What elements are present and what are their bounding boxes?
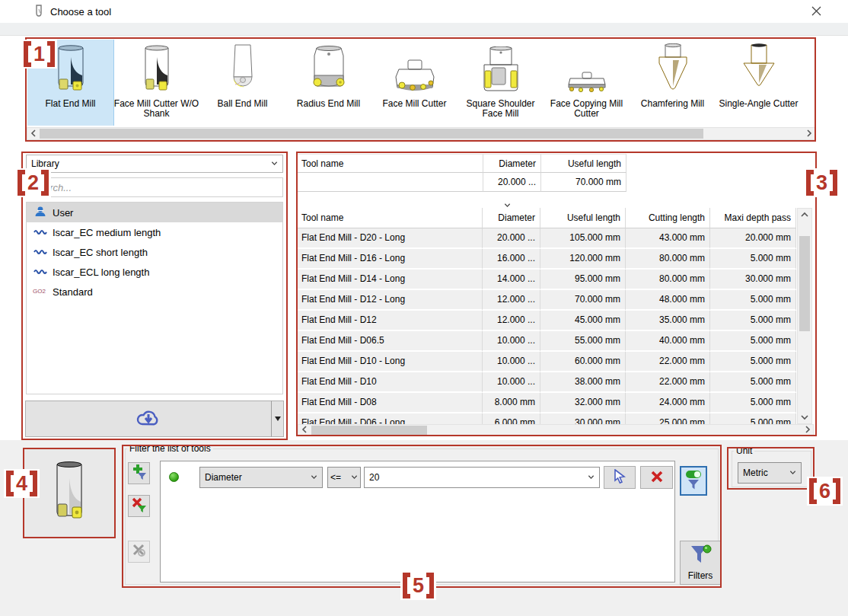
library-list-item[interactable]: User xyxy=(27,203,282,222)
tool-type-item[interactable]: Chamfering Mill xyxy=(630,40,716,126)
table-cell: 6.000 mm xyxy=(483,413,540,424)
filter-value: 20 xyxy=(369,472,588,483)
library-dropdown[interactable]: Library xyxy=(26,155,283,173)
filter-field-dropdown[interactable]: Diameter xyxy=(199,467,323,488)
scroll-right-button[interactable] xyxy=(802,425,813,436)
annotation-label-3: 3 xyxy=(804,168,840,197)
tool-type-item[interactable]: Radius End Mill xyxy=(285,40,371,126)
table-cell: 22.000 mm xyxy=(626,352,710,372)
tool-row[interactable]: Flat End Mill - D1010.000 ...38.000 mm22… xyxy=(297,372,796,393)
tool-type-label: Square Shoulder Face Mill xyxy=(457,99,544,119)
go2-logo-icon: GO2 xyxy=(33,286,48,297)
tool-row[interactable]: Flat End Mill - D06.510.000 ...55.000 mm… xyxy=(297,331,796,352)
cloud-download-icon xyxy=(135,419,161,429)
library-item-icon-slot: GO2 xyxy=(31,286,49,297)
selected-tool-table-header: Tool nameDiameterUseful length xyxy=(297,154,626,173)
column-header[interactable]: Cutting length xyxy=(626,208,710,228)
remove-filter-button[interactable] xyxy=(128,495,150,517)
tool-row[interactable]: Flat End Mill - D088.000 mm32.000 mm24.0… xyxy=(297,393,796,413)
library-dropdown-value: Library xyxy=(31,158,271,169)
dialog-icon xyxy=(33,5,44,18)
column-header[interactable]: Diameter xyxy=(483,154,541,173)
tool-type-item[interactable]: Face Mill Cutter W/O Shank xyxy=(113,40,199,126)
download-options-button[interactable] xyxy=(271,401,284,437)
library-list-item[interactable]: Iscar_ECL long length xyxy=(27,262,282,282)
scroll-right-icon xyxy=(805,425,811,436)
tool-row[interactable]: Flat End Mill - D12 - Long12.000 ...70.0… xyxy=(297,290,796,311)
tools-table-header: Tool nameDiameterUseful lengthCutting le… xyxy=(297,208,796,228)
tool-row[interactable]: Flat End Mill - D06 - Long6.000 mm30.000… xyxy=(297,413,796,424)
scrollbar-thumb[interactable] xyxy=(311,426,427,436)
tool-row[interactable]: Flat End Mill - D14 - Long14.000 ...95.0… xyxy=(297,270,796,290)
table-cell: 5.000 mm xyxy=(710,413,796,424)
cut-filter-button[interactable] xyxy=(128,541,150,563)
tool-type-scrollbar[interactable] xyxy=(27,127,815,140)
tool-type-item[interactable]: Ball End Mill xyxy=(199,40,285,126)
toggle-filters-button[interactable] xyxy=(680,466,707,496)
scroll-left-button[interactable] xyxy=(27,128,39,139)
unit-value: Metric xyxy=(743,468,789,478)
scroll-right-icon xyxy=(806,129,812,139)
toggle-funnel-icon xyxy=(684,481,703,492)
table-cell: 43.000 mm xyxy=(626,228,710,249)
tool-type-item[interactable]: Face Copying Mill Cutter xyxy=(544,40,630,126)
tools-table-vertical-scrollbar[interactable] xyxy=(797,208,812,424)
filters-button-label: Filters xyxy=(688,570,713,581)
tools-table-horizontal-scrollbar[interactable] xyxy=(298,424,814,436)
iscar-logo-icon xyxy=(33,227,47,238)
scroll-down-button[interactable] xyxy=(798,411,811,423)
column-header[interactable]: Maxi depth pass xyxy=(710,208,796,228)
column-header[interactable]: Diameter xyxy=(483,208,540,228)
column-header[interactable]: Useful length xyxy=(540,208,626,228)
tool-type-label: Radius End Mill xyxy=(297,99,360,109)
unit-dropdown[interactable]: Metric xyxy=(738,462,802,484)
pick-value-button[interactable] xyxy=(604,466,636,489)
face-mill-wo-shank-icon xyxy=(138,45,176,96)
clear-filter-button[interactable] xyxy=(640,466,673,489)
tool-type-item[interactable]: Square Shoulder Face Mill xyxy=(457,40,544,126)
close-button[interactable] xyxy=(808,5,824,20)
user-icon xyxy=(34,206,46,220)
filter-operator-dropdown[interactable]: <= xyxy=(327,467,361,488)
scroll-up-icon xyxy=(801,209,808,220)
cursor-pick-icon xyxy=(612,476,627,487)
table-cell: 8.000 mm xyxy=(483,393,540,413)
scroll-right-button[interactable] xyxy=(803,128,815,139)
scrollbar-thumb[interactable] xyxy=(799,236,810,331)
tool-row[interactable]: Flat End Mill - D16 - Long16.000 ...120.… xyxy=(297,249,796,270)
filter-value-combobox[interactable]: 20 xyxy=(364,467,600,488)
tool-type-icon-slot xyxy=(478,41,524,96)
annotation-label-5: 5 xyxy=(400,571,436,600)
column-header[interactable]: Tool name xyxy=(297,154,483,173)
tool-row[interactable]: Flat End Mill - D20 - Long20.000 ...105.… xyxy=(297,228,796,249)
library-list-item[interactable]: GO2 Standard xyxy=(27,282,282,302)
table-cell: Flat End Mill - D16 - Long xyxy=(297,249,483,270)
table-cell: 5.000 mm xyxy=(710,290,796,311)
column-header[interactable]: Tool name xyxy=(297,208,483,228)
library-list-item[interactable]: Iscar_EC short length xyxy=(27,242,282,262)
scrollbar-thumb[interactable] xyxy=(40,129,703,139)
add-filter-button[interactable] xyxy=(128,462,150,484)
column-header[interactable]: Useful length xyxy=(541,154,626,173)
tool-row[interactable]: Flat End Mill - D10 - Long10.000 ...60.0… xyxy=(297,352,796,372)
tool-type-item[interactable]: Face Mill Cutter xyxy=(371,40,457,126)
tool-type-item[interactable]: Single-Angle Cutter xyxy=(716,40,802,126)
download-library-button[interactable] xyxy=(25,401,272,437)
table-cell: 35.000 mm xyxy=(626,311,710,331)
tool-type-label: Chamfering Mill xyxy=(641,99,704,109)
tool-row[interactable]: Flat End Mill - D1212.000 ...45.000 mm35… xyxy=(297,311,796,331)
table-cell: 10.000 ... xyxy=(483,352,540,372)
selected-tool-row[interactable]: 20.000 ...70.000 mm xyxy=(297,173,626,192)
scroll-left-button[interactable] xyxy=(298,425,310,436)
face-copying-mill-cutter-icon xyxy=(566,71,608,96)
dropdown-arrow-icon xyxy=(275,417,281,421)
filter-enabled-indicator[interactable] xyxy=(169,472,179,482)
library-item-label: Iscar_EC medium length xyxy=(53,227,161,238)
scroll-up-button[interactable] xyxy=(798,209,811,221)
filters-button[interactable]: Filters xyxy=(680,541,721,585)
search-input[interactable] xyxy=(26,177,283,197)
dialog-title: Choose a tool xyxy=(50,6,111,18)
table-cell: 38.000 mm xyxy=(540,372,626,393)
table-cell: 120.000 mm xyxy=(540,249,626,270)
library-list-item[interactable]: Iscar_EC medium length xyxy=(27,222,282,242)
